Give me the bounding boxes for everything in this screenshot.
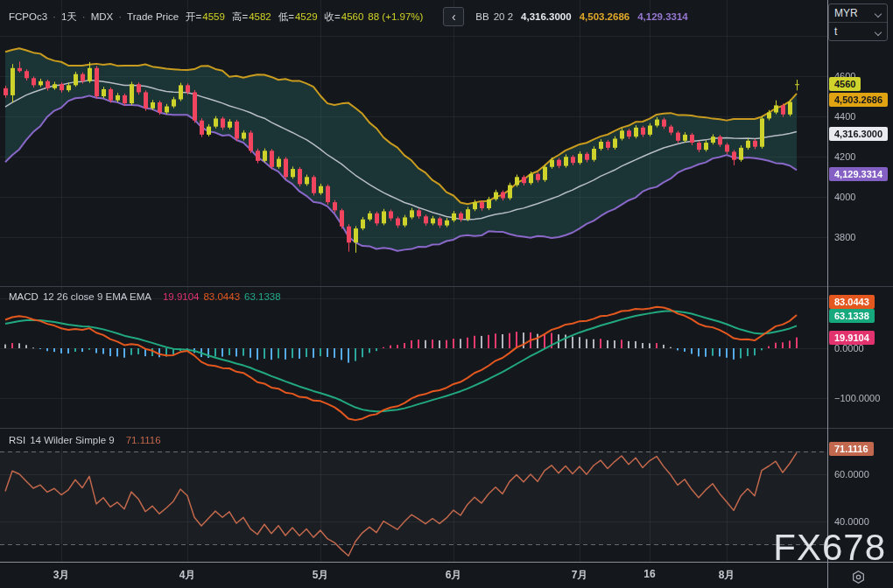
time-axis[interactable]: 3月4月5月6月7月168月 — [0, 564, 827, 588]
bb-title: BB — [475, 11, 489, 22]
price-tick-label: 3800 — [834, 232, 855, 242]
rsi-legend[interactable]: RSI 14 Wilder Simple 9 71.1116 — [9, 435, 161, 445]
macd-tick-label: 0.0000 — [834, 343, 864, 354]
change-label: 88 (+1.97%) — [368, 11, 423, 22]
chevron-down-icon — [875, 10, 882, 17]
macd-params: 12 26 close 9 EMA EMA — [43, 291, 151, 302]
ohlc-close: 收=4560 — [325, 10, 364, 24]
macd-hist-badge: 19.9104 — [829, 331, 875, 345]
rsi-value-badge: 71.1116 — [829, 442, 874, 456]
time-tick-label: 7月 — [572, 568, 588, 583]
rsi-tick-label: 40.0000 — [834, 516, 869, 527]
rsi-tick-label: 60.0000 — [834, 469, 869, 480]
bb-params: 20 2 — [494, 11, 513, 22]
interval-label: 1天 — [61, 10, 77, 24]
rsi-title: RSI — [9, 435, 25, 445]
price-tick-label: 4000 — [834, 192, 855, 202]
symbol-controls: MYR t — [828, 4, 888, 41]
settings-gear-icon[interactable] — [850, 569, 866, 584]
bb-basis-badge: 4,316.3000 — [829, 127, 888, 141]
trading-chart-app: FCPOc3 · 1天 · MDX · Trade Price 开=4559 高… — [0, 0, 893, 588]
bb-lower-value: 4,129.3314 — [637, 11, 688, 22]
price-tick-label: 4200 — [834, 151, 855, 162]
separator-dot: · — [82, 11, 86, 22]
symbol-name: FCPOc3 — [9, 11, 47, 22]
collapse-legend-button[interactable]: ‹ — [443, 7, 464, 26]
macd-tick-label: −100.0000 — [834, 393, 880, 403]
unit-dropdown[interactable]: t — [829, 23, 887, 40]
ohlc-high: 高=4582 — [232, 10, 271, 24]
bb-lower-badge: 4,129.3314 — [829, 167, 888, 181]
ohlc-low: 低=4529 — [278, 10, 318, 24]
time-tick-label: 4月 — [179, 568, 196, 583]
macd-line-badge: 83.0443 — [829, 295, 875, 309]
macd-signal-badge: 63.1338 — [829, 309, 875, 323]
time-tick-label: 16 — [643, 568, 655, 580]
bb-upper-value: 4,503.2686 — [580, 11, 630, 22]
unit-value: t — [834, 25, 837, 38]
time-tick-label: 6月 — [446, 568, 462, 583]
time-tick-label: 8月 — [719, 568, 735, 583]
separator-dot: · — [118, 11, 122, 22]
last-price-badge: 4560 — [829, 77, 861, 91]
currency-dropdown[interactable]: MYR — [829, 4, 887, 22]
bb-basis-value: 4,316.3000 — [521, 11, 572, 22]
separator-dot: · — [53, 11, 56, 22]
exchange-label: MDX — [91, 11, 114, 22]
ohlc-open: 开=4559 — [186, 10, 225, 24]
macd-line-value: 83.0443 — [203, 291, 240, 302]
macd-title: MACD — [9, 291, 39, 302]
price-axis[interactable]: 46004400420040003800100.00000.0000−100.0… — [828, 0, 893, 562]
bb-upper-badge: 4,503.2686 — [829, 93, 888, 107]
chevron-down-icon — [875, 29, 882, 35]
price-tick-label: 4400 — [834, 111, 855, 122]
main-legend[interactable]: FCPOc3 · 1天 · MDX · Trade Price 开=4559 高… — [9, 7, 688, 26]
rsi-params: 14 Wilder Simple 9 — [30, 435, 115, 445]
time-tick-label: 3月 — [53, 568, 70, 583]
macd-legend[interactable]: MACD 12 26 close 9 EMA EMA 19.9104 83.04… — [9, 291, 281, 302]
currency-value: MYR — [834, 7, 858, 19]
series-type-label: Trade Price — [127, 11, 179, 22]
macd-hist-value: 19.9104 — [163, 291, 200, 302]
macd-signal-value: 63.1338 — [244, 291, 281, 302]
rsi-value: 71.1116 — [126, 435, 161, 445]
time-tick-label: 5月 — [313, 568, 329, 583]
